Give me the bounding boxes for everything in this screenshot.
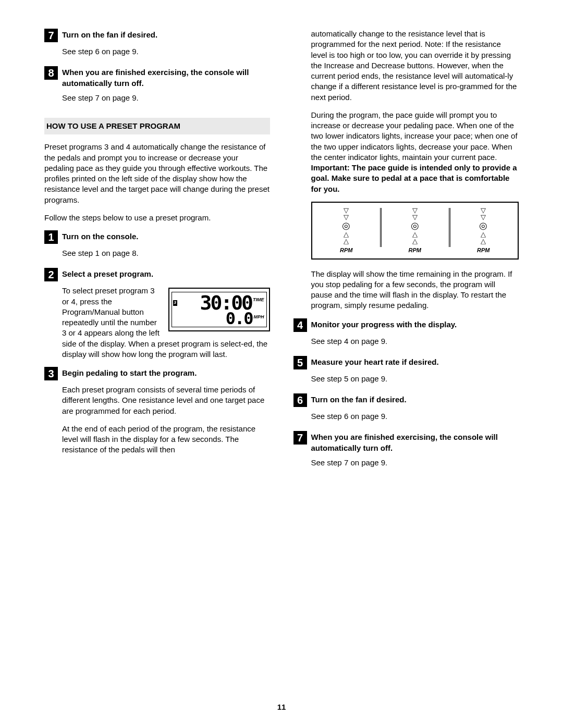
step-body: See step 5 on page 9. [311, 374, 519, 384]
step-body: See step 6 on page 9. [62, 46, 270, 57]
chevron-down-icon: ▽ [412, 207, 418, 214]
step-body: See step 7 on page 9. [62, 93, 270, 103]
left-column: 7 Turn on the fan if desired. See step 6… [44, 29, 270, 477]
lcd-display-figure: 3 30:00 TIME 0.0 MPH [168, 288, 270, 331]
lcd-mph-label: MPH [254, 314, 264, 320]
step-2-text-b: of the display. When a preset program is… [62, 339, 267, 359]
step-body: See step 4 on page 9. [311, 336, 519, 347]
chevron-down-icon: ▽ [481, 214, 486, 220]
page-number: 11 [0, 702, 563, 712]
lcd-time-label: TIME [253, 297, 264, 303]
chevron-down-icon: ▽ [344, 207, 349, 214]
chevron-up-icon: △ [412, 231, 418, 238]
step-number-box: 7 [293, 431, 307, 445]
lcd-program-indicator: 3 [173, 300, 183, 306]
chevron-down-icon: ▽ [481, 207, 486, 214]
manual-page: 7 Turn on the fan if desired. See step 6… [0, 0, 563, 728]
preset-step-5: 5 Measure your heart rate if desired. [293, 356, 519, 369]
pace-indicator-cell: ▽ ▽ ◎ △ △ RPM [381, 207, 449, 254]
lcd-inner: 3 30:00 TIME 0.0 MPH [172, 292, 267, 327]
step-body: Each preset program consists of several … [62, 385, 270, 455]
step-number-box: 6 [293, 393, 307, 407]
preset-step-7: 7 When you are finished exercising, the … [293, 431, 519, 453]
step-8: 8 When you are finished exercising, the … [44, 66, 270, 89]
continuation-p1: automatically change to the resistance l… [311, 29, 519, 103]
continuation-p3: The display will show the time remaining… [311, 269, 519, 311]
step-title: When you are finished exercising, the co… [311, 431, 519, 453]
lcd-program-number: 3 [173, 300, 177, 306]
lcd-mph-value: 0.0 [226, 312, 253, 326]
preset-step-1: 1 Turn on the console. [44, 230, 270, 244]
step-title: Turn on the fan if desired. [311, 393, 519, 405]
chevron-down-icon: ▽ [412, 214, 418, 220]
chevron-down-icon: ▽ [344, 214, 349, 220]
rpm-label: RPM [340, 246, 352, 254]
step-3-para-b: At the end of each period of the program… [62, 424, 270, 455]
rpm-label: RPM [409, 246, 421, 254]
chevron-up-icon: △ [481, 238, 486, 244]
step-number-box: 5 [293, 356, 307, 369]
pace-indicator-cell: ▽ ▽ ◎ △ △ RPM [312, 207, 381, 254]
chevron-up-icon: △ [344, 231, 349, 238]
two-column-layout: 7 Turn on the fan if desired. See step 6… [44, 29, 519, 477]
continuation-p2-important: Important: The pace guide is intended on… [311, 163, 517, 193]
step-7: 7 Turn on the fan if desired. [44, 29, 270, 42]
pace-indicator-cell: ▽ ▽ ◎ △ △ RPM [449, 207, 518, 254]
rpm-label: RPM [477, 246, 489, 254]
step-body: See step 1 on page 8. [62, 248, 270, 258]
step-title: Select a preset program. [62, 268, 270, 279]
step-2-body: 3 30:00 TIME 0.0 MPH To sele [62, 286, 270, 360]
continuation-p2-plain: During the program, the pace guide will … [311, 110, 518, 162]
target-icon: ◎ [479, 221, 487, 230]
preset-step-4: 4 Monitor your progress with the display… [293, 318, 519, 332]
preset-step-3: 3 Begin pedaling to start the program. [44, 367, 270, 380]
preset-step-6: 6 Turn on the fan if desired. [293, 393, 519, 407]
right-column: automatically change to the resistance l… [293, 29, 519, 477]
chevron-up-icon: △ [481, 231, 486, 238]
step-title: When you are finished exercising, the co… [62, 66, 270, 89]
chevron-up-icon: △ [412, 238, 418, 244]
step-body: See step 6 on page 9. [311, 411, 519, 422]
target-icon: ◎ [411, 221, 419, 230]
intro-paragraph-2: Follow the steps below to use a preset p… [44, 213, 270, 223]
continuation-p2: During the program, the pace guide will … [311, 110, 519, 194]
step-number-box: 1 [44, 230, 58, 244]
step-number-box: 2 [44, 268, 58, 281]
step-body: See step 7 on page 9. [311, 458, 519, 468]
step-title: Begin pedaling to start the program. [62, 367, 270, 378]
intro-paragraph-1: Preset programs 3 and 4 automatically ch… [44, 142, 270, 205]
step-number-box: 7 [44, 29, 58, 42]
step-title: Monitor your progress with the display. [311, 318, 519, 330]
target-icon: ◎ [342, 221, 350, 230]
section-heading: HOW TO USE A PRESET PROGRAM [44, 118, 270, 134]
step-title: Turn on the fan if desired. [62, 29, 270, 40]
pace-guide-figure: ▽ ▽ ◎ △ △ RPM ▽ ▽ ◎ △ △ RPM [311, 202, 519, 260]
step-number-box: 4 [293, 318, 307, 332]
step-3-para-a: Each preset program consists of several … [62, 385, 270, 416]
step-title: Measure your heart rate if desired. [311, 356, 519, 367]
step-number-box: 8 [44, 66, 58, 80]
preset-step-2: 2 Select a preset program. [44, 268, 270, 281]
continuation-block: automatically change to the resistance l… [311, 29, 519, 311]
chevron-up-icon: △ [344, 238, 349, 244]
step-number-box: 3 [44, 367, 58, 380]
step-title: Turn on the console. [62, 230, 270, 242]
